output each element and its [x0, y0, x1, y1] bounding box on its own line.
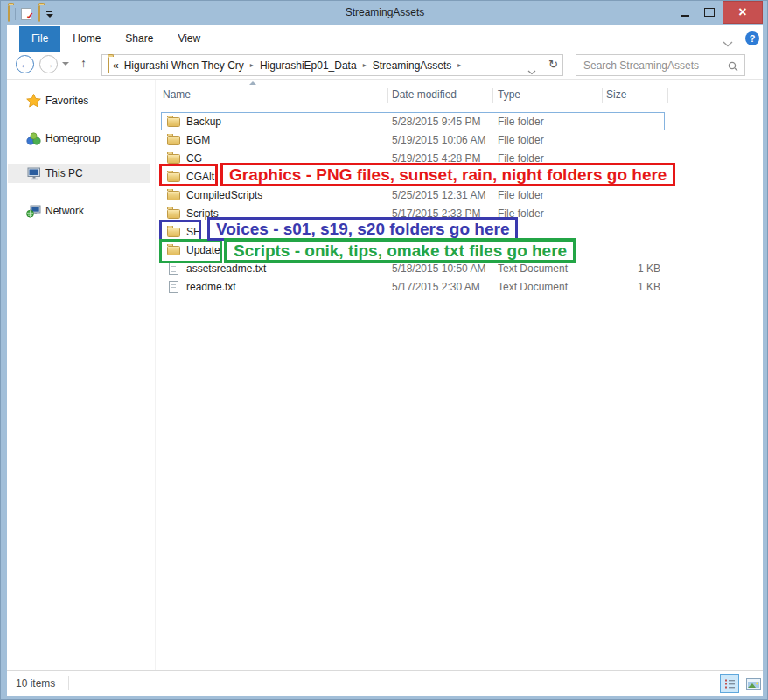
search-box — [576, 54, 745, 76]
column-header-size[interactable]: Size — [606, 88, 626, 101]
status-bar: 10 items — [7, 670, 763, 696]
folder-icon — [167, 152, 182, 164]
column-header-type[interactable]: Type — [498, 88, 520, 101]
help-icon[interactable]: ? — [745, 32, 759, 46]
ribbon-collapse-button[interactable] — [723, 35, 733, 51]
status-divider — [68, 676, 69, 690]
red-outline-cgalt — [159, 164, 218, 186]
file-name: CompiledScripts — [186, 189, 262, 201]
tab-home[interactable]: Home — [60, 26, 113, 52]
recent-locations-dropdown[interactable] — [62, 62, 69, 66]
breadcrumb: Higurashi When They Cry▸HigurashiEp01_Da… — [122, 60, 466, 72]
window-title: StreamingAssets — [1, 6, 768, 18]
annotation-graphics: Graphics - PNG files, sunset, rain, nigh… — [220, 163, 675, 186]
breadcrumb-overflow[interactable]: « — [109, 60, 122, 72]
ribbon-divider — [7, 52, 763, 52]
file-date-modified: 5/17/2015 2:30 AM — [392, 281, 498, 293]
file-size: 1 KB — [606, 281, 660, 293]
window-content: FileHomeShareView ? ← → ↑ « Higurashi Wh… — [7, 25, 763, 696]
address-dropdown-button[interactable] — [527, 63, 536, 79]
column-divider[interactable] — [667, 88, 668, 103]
minimize-icon — [681, 15, 689, 17]
table-row-readme-txt[interactable]: readme.txt 5/17/2015 2:30 AM Text Docume… — [161, 277, 665, 296]
breadcrumb-separator-icon[interactable]: ▸ — [359, 61, 371, 69]
folder-icon — [167, 207, 182, 219]
breadcrumb-segment[interactable]: Higurashi When They Cry — [122, 60, 246, 72]
homegroup-icon — [25, 132, 41, 145]
file-type: File folder — [498, 134, 606, 146]
toolbar-divider — [7, 79, 763, 80]
back-arrow-icon: ← — [19, 58, 31, 71]
sidebar-item-label: Network — [45, 205, 84, 217]
file-date-modified: 5/25/2015 12:31 AM — [392, 189, 498, 201]
address-folder-icon — [108, 58, 109, 74]
sidebar-item-network[interactable]: Network — [7, 202, 154, 220]
back-button[interactable]: ← — [16, 55, 34, 74]
tab-share[interactable]: Share — [113, 26, 165, 52]
file-type: Text Document — [498, 281, 606, 293]
table-row-bgm[interactable]: BGM 5/19/2015 10:06 AM File folder — [161, 130, 665, 149]
refresh-button[interactable]: ↻ — [548, 58, 558, 71]
sidebar-item-homegroup[interactable]: Homegroup — [7, 130, 154, 147]
text-file-icon — [167, 281, 182, 293]
column-divider[interactable] — [492, 88, 493, 103]
text-file-icon — [167, 262, 182, 275]
maximize-button[interactable] — [698, 1, 721, 24]
file-date-modified: 5/28/2015 9:45 PM — [392, 116, 498, 128]
column-header-date-modified[interactable]: Date modified — [392, 88, 457, 101]
sidebar-item-favorites[interactable]: Favorites — [7, 92, 154, 109]
details-view-icon — [724, 678, 736, 689]
annotation-scripts: Scripts - onik, tips, omake txt files go… — [224, 238, 576, 263]
file-name: readme.txt — [186, 281, 236, 293]
titlebar: ✓ StreamingAssets × — [1, 1, 768, 25]
tab-file[interactable]: File — [19, 26, 60, 52]
file-list: Backup 5/28/2015 9:45 PM File folder BGM… — [161, 112, 665, 296]
minimize-button[interactable] — [673, 1, 697, 24]
breadcrumb-segment[interactable]: HigurashiEp01_Data — [258, 60, 359, 72]
file-type: File folder — [498, 116, 606, 128]
sidebar-item-label: Homegroup — [45, 132, 101, 144]
column-header-name[interactable]: Name — [163, 88, 191, 101]
search-input[interactable] — [582, 56, 725, 75]
address-divider — [541, 57, 541, 74]
up-arrow-icon: ↑ — [80, 56, 87, 70]
file-date-modified: 5/18/2015 10:50 AM — [392, 262, 498, 275]
breadcrumb-segment[interactable]: StreamingAssets — [371, 60, 454, 72]
window-frame: ✓ StreamingAssets × FileHomeShareView ? … — [0, 0, 768, 700]
up-button[interactable]: ↑ — [80, 56, 87, 70]
table-row-backup[interactable]: Backup 5/28/2015 9:45 PM File folder — [161, 112, 665, 130]
breadcrumb-separator-icon[interactable]: ▸ — [453, 61, 465, 69]
sidebar-item-label: This PC — [45, 167, 83, 179]
sidebar-item-this-pc[interactable]: This PC — [7, 164, 154, 182]
column-divider[interactable] — [387, 88, 388, 103]
column-divider[interactable] — [602, 88, 603, 103]
network-icon — [25, 205, 41, 218]
breadcrumb-separator-icon[interactable]: ▸ — [246, 61, 258, 69]
computer-icon — [25, 167, 41, 180]
close-button[interactable]: × — [723, 1, 763, 24]
file-type: File folder — [498, 189, 606, 201]
close-icon: × — [738, 5, 746, 19]
ribbon-tabs: FileHomeShareView — [19, 26, 213, 52]
file-name: BGM — [186, 134, 210, 146]
sort-ascending-icon — [249, 81, 256, 85]
thumbnails-view-button[interactable] — [744, 674, 763, 693]
green-outline-update — [159, 239, 222, 263]
tab-view[interactable]: View — [165, 26, 213, 52]
pane-divider — [155, 80, 156, 670]
folder-icon — [167, 116, 182, 127]
refresh-icon: ↻ — [548, 58, 558, 71]
search-icon — [728, 60, 738, 75]
star-icon — [25, 94, 41, 108]
address-bar[interactable]: « Higurashi When They Cry▸HigurashiEp01_… — [101, 54, 563, 76]
forward-button[interactable]: → — [39, 55, 58, 74]
file-name: assetsreadme.txt — [186, 262, 266, 275]
details-view-button[interactable] — [720, 674, 739, 693]
maximize-icon — [704, 8, 715, 17]
folder-icon — [167, 189, 182, 200]
file-size: 1 KB — [606, 262, 660, 275]
items-count: 10 items — [16, 677, 55, 690]
forward-arrow-icon: → — [43, 58, 54, 71]
file-type: Text Document — [498, 262, 606, 275]
table-row-compiledscripts[interactable]: CompiledScripts 5/25/2015 12:31 AM File … — [161, 186, 665, 204]
